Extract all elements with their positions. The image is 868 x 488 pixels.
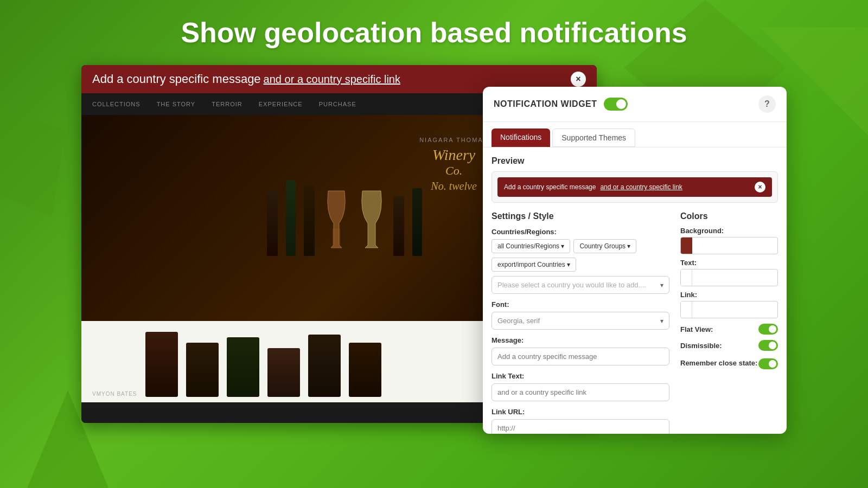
colors-col: Colors Background: #80281c Text: #ffffff… bbox=[680, 211, 778, 434]
font-select[interactable]: Georgia, serif ▾ bbox=[492, 312, 669, 330]
dismissible-row: Dismissible: bbox=[680, 340, 778, 351]
countries-label: Countries/Regions: bbox=[492, 228, 669, 236]
btn-export-import[interactable]: export/import Countries ▾ bbox=[492, 258, 576, 272]
wine-store-sublabel: VMYON BATES bbox=[92, 391, 137, 397]
widget-header: NOTIFICATION WIDGET ? bbox=[483, 87, 787, 122]
text-color-input[interactable]: #ffffff bbox=[680, 269, 778, 286]
nav-item-4: EXPERIENCE bbox=[259, 101, 303, 107]
wine-brand-name: Winery bbox=[419, 146, 488, 164]
screenshot-wrapper: Add a country specific message and or a … bbox=[81, 65, 787, 455]
wine-brand-sub: NIAGARA THOMAS bbox=[419, 137, 488, 143]
wine-brand-name2: Co. bbox=[419, 164, 488, 178]
widget-tabs: Notifications Supported Themes bbox=[483, 122, 787, 147]
wine-thumb-3 bbox=[227, 337, 259, 397]
link-color-input[interactable]: #ffffff bbox=[680, 301, 778, 318]
nav-item-3: TERROIR bbox=[212, 101, 242, 107]
wine-glass-1 bbox=[323, 185, 350, 256]
text-color-value[interactable]: #ffffff bbox=[692, 272, 777, 284]
dismissible-label: Dismissible: bbox=[680, 342, 722, 350]
font-value: Georgia, serif bbox=[497, 317, 540, 325]
wine-bottle-2 bbox=[286, 180, 296, 256]
text-color-swatch bbox=[681, 269, 692, 286]
wine-bottle-1 bbox=[267, 191, 278, 256]
export-import-buttons: export/import Countries ▾ bbox=[492, 258, 669, 272]
bg-color-label: Background: bbox=[680, 227, 778, 235]
link-url-label: Link URL: bbox=[492, 408, 669, 416]
country-select[interactable]: Please select a country you would like t… bbox=[492, 276, 669, 294]
preview-title: Preview bbox=[492, 156, 778, 166]
remember-close-row: Remember close state: bbox=[680, 356, 778, 369]
page-title: Show geolocation based notifications bbox=[181, 16, 687, 49]
text-color-label: Text: bbox=[680, 259, 778, 267]
link-text-input[interactable] bbox=[492, 383, 669, 401]
notif-bar-link[interactable]: and or a country specific link bbox=[264, 73, 400, 86]
message-input[interactable] bbox=[492, 348, 669, 365]
bg-color-value[interactable]: #80281c bbox=[692, 240, 777, 252]
wine-thumb-4 bbox=[267, 348, 300, 397]
bg-color-swatch bbox=[681, 237, 692, 254]
message-label: Message: bbox=[492, 336, 669, 344]
tab-notifications[interactable]: Notifications bbox=[492, 129, 550, 147]
preview-notif-link[interactable]: and or a country specific link bbox=[600, 183, 682, 191]
help-icon[interactable]: ? bbox=[758, 95, 776, 113]
svg-rect-0 bbox=[333, 229, 340, 248]
link-url-input[interactable] bbox=[492, 419, 669, 434]
notif-bar-message: Add a country specific message bbox=[92, 72, 261, 86]
wine-store-label: VMYON BATES bbox=[92, 386, 137, 397]
remember-close-toggle[interactable] bbox=[758, 358, 778, 369]
flat-view-toggle[interactable] bbox=[758, 324, 778, 335]
preview-notification: Add a country specific message and or a … bbox=[497, 177, 772, 197]
select-arrow-icon: ▾ bbox=[660, 281, 663, 289]
colors-title: Colors bbox=[680, 211, 778, 221]
settings-row: Settings / Style Countries/Regions: all … bbox=[492, 211, 778, 434]
countries-buttons: all Countries/Regions ▾ Country Groups ▾ bbox=[492, 239, 669, 253]
preview-area: Add a country specific message and or a … bbox=[492, 171, 778, 203]
tab-supported-themes[interactable]: Supported Themes bbox=[552, 129, 635, 147]
link-color-value[interactable]: #ffffff bbox=[692, 304, 777, 316]
wine-thumb-5 bbox=[308, 335, 341, 397]
link-text-label: Link Text: bbox=[492, 372, 669, 380]
nav-item-2: THE STORY bbox=[157, 101, 196, 107]
widget-body: Preview Add a country specific message a… bbox=[483, 147, 787, 434]
link-color-label: Link: bbox=[680, 291, 778, 299]
bg-color-input[interactable]: #80281c bbox=[680, 237, 778, 254]
flat-view-row: Flat View: bbox=[680, 324, 778, 335]
nav-item-5: PURCHASE bbox=[319, 101, 356, 107]
btn-all-countries[interactable]: all Countries/Regions ▾ bbox=[492, 239, 570, 253]
nav-item-1: COLLECTIONS bbox=[92, 101, 141, 107]
wine-tagline: No. twelve bbox=[419, 180, 488, 192]
widget-title: NOTIFICATION WIDGET bbox=[494, 99, 597, 109]
font-arrow-icon: ▾ bbox=[660, 317, 663, 325]
wine-logo: NIAGARA THOMAS Winery Co. No. twelve bbox=[419, 137, 488, 192]
link-color-swatch bbox=[681, 301, 692, 318]
preview-notif-message: Add a country specific message bbox=[504, 183, 596, 191]
wine-thumb-2 bbox=[186, 343, 219, 397]
wine-thumb-6 bbox=[349, 343, 381, 397]
widget-main-toggle[interactable] bbox=[604, 98, 628, 111]
settings-title: Settings / Style bbox=[492, 211, 669, 221]
main-content: Show geolocation based notifications Add… bbox=[0, 0, 868, 455]
btn-country-groups[interactable]: Country Groups ▾ bbox=[573, 239, 636, 253]
wine-thumb-1 bbox=[145, 332, 178, 397]
widget-title-row: NOTIFICATION WIDGET bbox=[494, 98, 628, 111]
preview-notif-text: Add a country specific message and or a … bbox=[504, 183, 682, 191]
notif-bar-text: Add a country specific message and or a … bbox=[92, 72, 400, 86]
wine-glass-2 bbox=[358, 185, 385, 256]
widget-panel: NOTIFICATION WIDGET ? Notifications Supp… bbox=[483, 87, 787, 434]
preview-close-btn[interactable]: × bbox=[755, 182, 765, 192]
font-label: Font: bbox=[492, 300, 669, 309]
dismissible-toggle[interactable] bbox=[758, 340, 778, 351]
country-select-placeholder: Please select a country you would like t… bbox=[497, 281, 646, 289]
wine-bottle-3 bbox=[304, 185, 315, 256]
flat-view-label: Flat View: bbox=[680, 325, 713, 333]
wine-bottle-4 bbox=[393, 196, 404, 256]
notif-bar-close[interactable]: × bbox=[571, 72, 586, 87]
remember-close-label: Remember close state: bbox=[680, 359, 757, 367]
settings-col: Settings / Style Countries/Regions: all … bbox=[492, 211, 669, 434]
wine-bottle-5 bbox=[412, 188, 422, 256]
